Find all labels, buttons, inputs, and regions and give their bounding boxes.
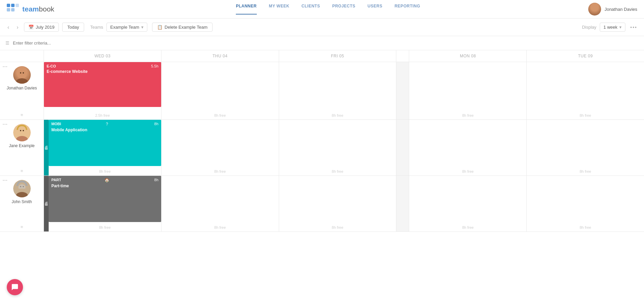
header-day-thu: THU 04: [162, 50, 279, 62]
free-time-jonathan-wed: 2.5h free: [44, 113, 161, 117]
free-time-john-thu: 8h free: [162, 225, 279, 229]
display-select-button[interactable]: 1 week ▾: [600, 23, 625, 32]
day-cell-jonathan-wed[interactable]: E-CO 5.5h E-commerce Website 2.5h free: [44, 62, 162, 119]
day-cell-jonathan-mon[interactable]: 8h free: [409, 62, 527, 119]
free-time-john-mon: 8h free: [409, 225, 526, 229]
filter-input[interactable]: [13, 40, 639, 46]
day-cell-jonathan-tue[interactable]: 8h free: [527, 62, 644, 119]
event-code-part: PART: [51, 178, 61, 182]
chat-button[interactable]: [7, 279, 23, 295]
day-cell-john-mon[interactable]: 8h free: [409, 176, 527, 231]
svg-point-5: [17, 68, 27, 79]
logo[interactable]: teambook: [7, 4, 54, 15]
event-hours-part: 8h: [154, 178, 158, 182]
display-value: 1 week: [603, 25, 617, 30]
nav-links: PLANNER MY WEEK CLIENTS PROJECTS USERS R…: [68, 4, 589, 15]
logo-text: teambook: [22, 5, 54, 13]
row-sidebar-jane: ••• Jane Example ≡: [0, 120, 44, 175]
svg-point-7: [20, 72, 21, 74]
planner-grid: WED 03 THU 04 FRI 05 MON 08 TUE 09 •••: [0, 50, 644, 302]
day-cell-jane-thu[interactable]: 8h free: [162, 120, 279, 175]
event-parttime[interactable]: PART 🏠 8h Part-time: [49, 176, 161, 222]
today-button[interactable]: Today: [62, 23, 84, 32]
nav-link-reporting[interactable]: REPORTING: [395, 4, 420, 15]
svg-point-6: [16, 78, 28, 84]
display-chevron-icon: ▾: [619, 25, 622, 30]
filter-bar: ☰: [0, 36, 644, 50]
day-cell-john-wed[interactable]: 8h PART 🏠 8h Part-time 8h free: [44, 176, 162, 231]
row-options-icon[interactable]: •••: [3, 65, 8, 68]
display-label: Display: [582, 25, 596, 30]
user-name: Jonathan Davies: [604, 7, 637, 12]
teams-select-button[interactable]: Example Team ▾: [106, 23, 147, 32]
day-cells-john: 8h PART 🏠 8h Part-time 8h free: [44, 176, 644, 231]
row-menu-icon[interactable]: ≡: [21, 112, 23, 117]
free-time-jonathan-mon: 8h free: [409, 113, 526, 117]
event-name: E-commerce Website: [47, 69, 158, 74]
grid-body: ••• Jonathan Davies ≡: [0, 62, 644, 302]
copy-icon: 📋: [157, 25, 163, 30]
teams-label: Teams: [90, 25, 103, 30]
avatar-john: [13, 180, 31, 197]
svg-rect-2: [7, 8, 10, 11]
free-time-john-tue: 8h free: [527, 225, 644, 229]
table-row: ••• Jonathan Davies ≡: [0, 62, 644, 120]
event-icon-mobi: ?: [106, 122, 108, 127]
date-picker-button[interactable]: 📅 July 2019: [24, 23, 59, 32]
teams-chevron-icon: ▾: [141, 25, 144, 30]
row-menu-icon-jane[interactable]: ≡: [21, 168, 23, 173]
more-options-button[interactable]: •••: [629, 25, 639, 30]
header-day-gap: [396, 50, 409, 62]
event-ecommerce[interactable]: E-CO 5.5h E-commerce Website: [44, 62, 161, 107]
day-cell-jonathan-fri[interactable]: 8h free: [279, 62, 397, 119]
row-name-jane: Jane Example: [9, 143, 34, 148]
calendar-icon: 📅: [28, 25, 34, 30]
next-button[interactable]: ›: [15, 24, 20, 30]
grid-header: WED 03 THU 04 FRI 05 MON 08 TUE 09: [0, 50, 644, 62]
event-name-mobi: Mobile Application: [51, 128, 158, 132]
day-cell-john-gap: [396, 176, 409, 231]
filter-icon: ☰: [5, 40, 9, 46]
row-sidebar-jonathan: ••• Jonathan Davies ≡: [0, 62, 44, 119]
nav-link-my-week[interactable]: MY WEEK: [269, 4, 290, 15]
free-time-jonathan-fri: 8h free: [279, 113, 396, 117]
event-code-mobi: MOBI: [51, 122, 61, 126]
row-options-icon-john[interactable]: •••: [3, 179, 8, 182]
nav-link-projects[interactable]: PROJECTS: [332, 4, 355, 15]
free-time-jane-fri: 8h free: [279, 169, 396, 173]
nav-link-users[interactable]: USERS: [368, 4, 382, 15]
day-cell-john-thu[interactable]: 8h free: [162, 176, 279, 231]
event-mobile-app[interactable]: MOBI ? 8h Mobile Application: [49, 120, 161, 166]
user-profile[interactable]: Jonathan Davies: [588, 3, 637, 16]
event-hours: 5.5h: [151, 64, 158, 68]
row-menu-icon-john[interactable]: ≡: [21, 224, 23, 229]
svg-rect-4: [16, 4, 19, 7]
left-bar-john: 8h: [44, 176, 49, 231]
day-cell-jane-tue[interactable]: 8h free: [527, 120, 644, 175]
day-cell-jonathan-thu[interactable]: 8h free: [162, 62, 279, 119]
nav-link-planner[interactable]: PLANNER: [236, 4, 257, 15]
table-row: ••• Jane Example ≡: [0, 120, 644, 176]
day-cell-jane-fri[interactable]: 8h free: [279, 120, 397, 175]
svg-point-12: [20, 130, 21, 131]
day-cell-jane-gap: [396, 120, 409, 175]
day-cell-jane-wed[interactable]: 8h MOBI ? 8h Mobile Application 8h free: [44, 120, 162, 175]
nav-link-clients[interactable]: CLIENTS: [301, 4, 320, 15]
svg-rect-0: [7, 4, 10, 7]
free-time-jane-mon: 8h free: [409, 169, 526, 173]
day-cell-john-fri[interactable]: 8h free: [279, 176, 397, 231]
day-cells-jonathan: E-CO 5.5h E-commerce Website 2.5h free 8…: [44, 62, 644, 119]
prev-button[interactable]: ‹: [5, 24, 11, 30]
row-name-jonathan: Jonathan Davies: [7, 86, 37, 90]
row-options-icon-jane[interactable]: •••: [3, 122, 8, 126]
free-time-jane-thu: 8h free: [162, 169, 279, 173]
free-time-jonathan-tue: 8h free: [527, 113, 644, 117]
day-cell-jane-mon[interactable]: 8h free: [409, 120, 527, 175]
avatar-jane: [13, 124, 31, 141]
chat-icon: [11, 283, 19, 291]
teams-value: Example Team: [110, 25, 139, 30]
header-day-mon: MON 08: [409, 50, 527, 62]
free-time-john-wed: 8h free: [49, 225, 161, 229]
delete-team-button[interactable]: 📋 Delete Example Team: [152, 23, 213, 32]
day-cell-john-tue[interactable]: 8h free: [527, 176, 644, 231]
